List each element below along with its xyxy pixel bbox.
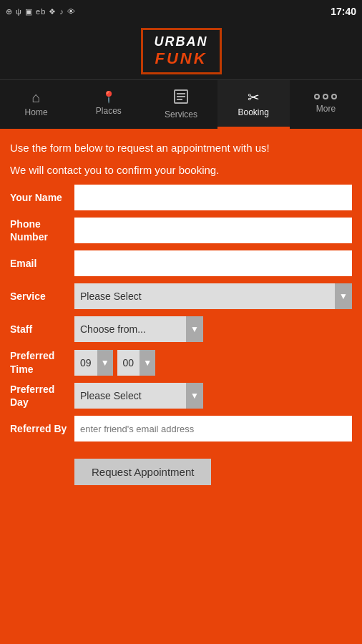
intro-text-2: We will contact you to confirm your book… [10,162,352,177]
staff-select-text: Choose from... [74,323,186,335]
status-bar: ⊕ ψ ▣ eb ❖ ♪ 👁 17:40 [0,0,362,23]
submit-button[interactable]: Request Appointment [74,459,211,485]
service-select-arrow: ▼ [335,283,352,309]
your-name-label: Your Name [10,191,74,204]
nav-places[interactable]: 📍 Places [72,80,145,129]
email-row: Email [10,250,352,276]
time-hour-value: 09 [74,357,97,369]
submit-row: Request Appointment [10,449,352,485]
dot1 [314,94,320,99]
time-hour-select[interactable]: 09 ▼ [74,350,113,376]
service-select[interactable]: Please Select ▼ [74,283,352,309]
service-select-text: Please Select [74,291,335,302]
logo-box: URBAN FUNK [141,28,222,74]
phone-row: Phone Number [10,218,352,243]
logo-urban: URBAN [155,34,208,49]
nav-services-label: Services [165,109,197,119]
home-icon: ⌂ [32,90,41,104]
logo-funk: FUNK [155,49,208,68]
preferred-day-label: Preferred Day [10,383,74,409]
nav-home[interactable]: ⌂ Home [0,80,72,129]
nav-bar: ⌂ Home 📍 Places Services ✂ Booking More [0,80,362,129]
dot2 [323,94,328,99]
phone-input[interactable] [74,218,352,243]
booking-form: Your Name Phone Number Email Service Ple… [10,185,352,485]
status-icons-left: ⊕ ψ ▣ eb ❖ ♪ 👁 [6,7,76,16]
nav-services[interactable]: Services [145,80,217,129]
nav-booking-label: Booking [238,107,269,117]
referred-by-input[interactable] [74,416,352,441]
status-time: 17:40 [331,6,356,17]
time-minute-arrow: ▼ [140,350,155,376]
service-row: Service Please Select ▼ [10,283,352,309]
day-select[interactable]: Please Select ▼ [74,383,203,409]
preferred-time-row: Preferred Time 09 ▼ 00 ▼ [10,349,352,375]
referred-by-label: Referred By [10,422,74,435]
nav-more[interactable]: More [290,80,362,129]
nav-places-label: Places [96,106,122,116]
preferred-time-label: Preferred Time [10,349,74,375]
phone-label: Phone Number [10,218,74,243]
day-select-arrow: ▼ [186,383,203,409]
day-select-text: Please Select [74,390,186,401]
preferred-day-row: Preferred Day Please Select ▼ [10,383,352,409]
main-content: Use the form below to request an appoint… [0,129,362,644]
dot3 [331,94,337,99]
your-name-input[interactable] [74,185,352,210]
time-selects: 09 ▼ 00 ▼ [74,350,155,376]
email-input[interactable] [74,250,352,276]
email-label: Email [10,257,74,270]
staff-label: Staff [10,323,74,336]
app-header: URBAN FUNK [0,23,362,80]
referred-by-row: Referred By [10,416,352,441]
status-left-icons: ⊕ ψ ▣ eb ❖ ♪ 👁 [6,7,76,16]
places-icon: 📍 [102,92,116,103]
your-name-row: Your Name [10,185,352,210]
staff-select[interactable]: Choose from... ▼ [74,316,203,342]
time-minute-value: 00 [117,357,140,369]
booking-icon: ✂ [248,90,260,104]
nav-home-label: Home [25,107,48,117]
nav-booking[interactable]: ✂ Booking [217,80,290,129]
intro-text-1: Use the form below to request an appoint… [10,140,352,155]
services-icon [173,89,189,107]
staff-select-arrow: ▼ [186,316,203,342]
more-dots-icon [314,94,337,99]
time-minute-select[interactable]: 00 ▼ [117,350,156,376]
staff-row: Staff Choose from... ▼ [10,316,352,342]
nav-more-label: More [316,104,336,114]
service-label: Service [10,290,74,303]
time-hour-arrow: ▼ [97,350,113,376]
